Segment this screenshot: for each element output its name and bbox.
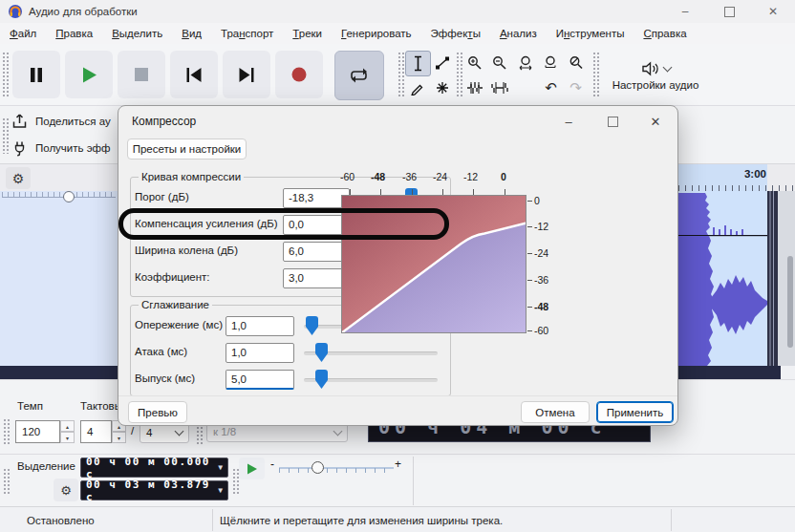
attack-input[interactable]: 1,0 <box>226 343 294 363</box>
tempo-input[interactable]: 120 <box>15 420 60 443</box>
play-button[interactable] <box>65 51 113 98</box>
speaker-icon <box>641 61 660 76</box>
volume-slider-thumb[interactable] <box>63 191 75 202</box>
menu-view[interactable]: Вид <box>172 23 211 44</box>
graph-right-tick: -24 <box>534 247 548 259</box>
record-button[interactable] <box>275 51 323 98</box>
selection-options-button[interactable]: ⚙ <box>54 479 78 501</box>
multi-tool-button[interactable] <box>430 75 454 99</box>
release-input[interactable]: 5,0 <box>226 370 294 390</box>
menu-transport[interactable]: Транспорт <box>211 23 283 44</box>
menu-tracks[interactable]: Треки <box>283 23 332 44</box>
zoom-fit-button[interactable] <box>539 51 563 74</box>
attack-label: Атака (мс) <box>135 346 187 357</box>
dialog-close-button[interactable]: ✕ <box>640 111 671 132</box>
skip-start-icon <box>185 67 203 83</box>
window-close-button[interactable]: ✕ <box>751 0 795 23</box>
beats-input[interactable]: 4 <box>80 420 112 443</box>
presets-button[interactable]: Пресеты и настройки <box>127 138 247 160</box>
menu-file[interactable]: Файл <box>0 23 46 44</box>
zoom-selection-button[interactable] <box>514 51 538 74</box>
audio-setup-grip[interactable] <box>592 52 599 97</box>
status-divider <box>671 509 672 531</box>
dropdown-icon[interactable]: ▼ <box>218 486 223 495</box>
play-speed-slider-thumb[interactable] <box>312 461 324 474</box>
dialog-minimize-button[interactable]: – <box>553 111 584 132</box>
spin-up-icon[interactable]: ▴ <box>60 420 75 432</box>
trim-audio-button[interactable] <box>462 75 486 99</box>
stop-button[interactable] <box>118 51 165 98</box>
tools-toolbar-grip[interactable] <box>398 52 404 97</box>
tempo-label: Темп <box>17 400 43 412</box>
threshold-input[interactable]: -18,3 <box>283 188 350 208</box>
edit-toolbar-grip[interactable] <box>456 52 462 97</box>
skip-start-button[interactable] <box>170 51 218 98</box>
share-audio-button[interactable]: Поделиться ау <box>11 109 111 134</box>
selection-toolbar: Выделение ⚙ 00 ч 00 м 00.000 с ▼ 00 ч 03… <box>0 454 795 507</box>
menu-tools[interactable]: Инструменты <box>547 23 634 44</box>
track-control-panel[interactable] <box>0 191 118 366</box>
apply-button[interactable]: Применить <box>596 401 674 423</box>
play-speed-grip[interactable] <box>232 468 239 495</box>
ibeam-icon <box>411 55 425 72</box>
play-at-speed-button[interactable] <box>239 458 265 479</box>
ratio-input[interactable]: 3,0 <box>283 268 350 288</box>
draw-tool-button[interactable] <box>405 75 429 99</box>
undo-button[interactable]: ↶ <box>539 75 563 99</box>
menu-effects[interactable]: Эффекты <box>421 23 490 44</box>
timeline-ruler-right[interactable]: 3:00 <box>678 164 795 192</box>
dialog-maximize-button[interactable] <box>597 111 628 132</box>
toolbar-row: ↶ ↷ Настройки аудио <box>0 44 795 106</box>
selection-label: Выделение <box>17 460 75 472</box>
menu-help[interactable]: Справка <box>634 23 696 44</box>
transport-toolbar-grip[interactable] <box>2 52 9 97</box>
waveform-track[interactable] <box>669 191 795 366</box>
status-bar: Остановлено Щёлкните и перетащите для из… <box>0 506 795 532</box>
audacity-logo-icon <box>8 4 23 19</box>
zoom-out-button[interactable] <box>487 51 511 74</box>
selection-tool-button[interactable] <box>405 51 431 76</box>
menu-generate[interactable]: Генерировать <box>332 23 421 44</box>
menu-analyze[interactable]: Анализ <box>490 23 547 44</box>
silence-audio-button[interactable] <box>487 75 511 99</box>
graph-right-tick: -60 <box>534 325 548 336</box>
pause-button[interactable] <box>12 51 60 98</box>
status-state: Остановлено <box>27 515 95 526</box>
selection-start-field[interactable]: 00 ч 00 м 00.000 с ▼ <box>80 458 228 478</box>
dropdown-icon[interactable]: ▼ <box>218 463 223 472</box>
cancel-button[interactable]: Отмена <box>521 401 590 423</box>
knee-width-input[interactable]: 6,0 <box>283 242 350 262</box>
chevron-down-icon <box>175 427 184 436</box>
stop-icon <box>135 68 148 81</box>
tempo-spinner[interactable]: ▴ ▾ <box>60 420 75 443</box>
speed-minus-label: - <box>270 458 274 471</box>
zoom-in-button[interactable] <box>462 51 486 74</box>
dialog-title: Компрессор <box>132 115 196 128</box>
spin-down-icon[interactable]: ▾ <box>112 432 126 443</box>
redo-button[interactable]: ↷ <box>564 75 588 99</box>
window-maximize-button[interactable] <box>707 0 751 23</box>
loop-button[interactable] <box>334 51 384 100</box>
title-bar: Аудио для обработки – ✕ <box>0 0 795 23</box>
get-effects-button[interactable]: Получить эфф <box>11 136 111 160</box>
vertical-scrollbar-thumb[interactable] <box>787 256 793 348</box>
envelope-tool-button[interactable] <box>430 51 454 74</box>
silence-audio-icon <box>491 80 508 96</box>
lookahead-input[interactable]: 1,0 <box>226 316 294 336</box>
time-toolbar-grip[interactable] <box>3 418 10 445</box>
skip-end-button[interactable] <box>223 51 270 98</box>
window-minimize-button[interactable]: – <box>663 0 707 23</box>
lookahead-label: Опережение (мс) <box>135 319 223 330</box>
menu-edit[interactable]: Правка <box>46 23 102 44</box>
dialog-button-bar <box>118 395 677 427</box>
zoom-toggle-button[interactable] <box>564 51 588 74</box>
timeline-options-button[interactable]: ⚙ <box>6 167 31 189</box>
selection-toolbar-grip[interactable] <box>3 468 10 495</box>
menu-select[interactable]: Выделить <box>102 23 172 44</box>
status-hint: Щёлкните и перетащите для изменения шири… <box>220 515 503 526</box>
audio-setup-button[interactable]: Настройки аудио <box>602 51 709 100</box>
share-toolbar-grip[interactable] <box>2 117 9 154</box>
spin-down-icon[interactable]: ▾ <box>60 432 75 443</box>
preview-button[interactable]: Превью <box>128 401 187 423</box>
selection-end-field[interactable]: 00 ч 03 м 03.879 с ▼ <box>80 480 228 500</box>
